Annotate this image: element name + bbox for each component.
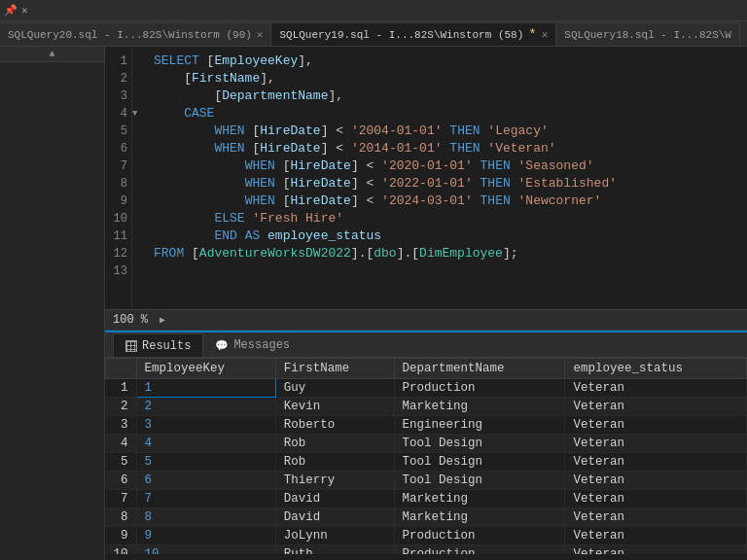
row-number: 9	[106, 527, 137, 545]
table-cell: 6	[136, 472, 275, 490]
title-bar: 📌 ✕	[0, 0, 747, 21]
col-header-firstname: FirstName	[275, 359, 394, 379]
table-cell: 5	[136, 453, 275, 472]
col-header-employeekey: EmployeeKey	[136, 359, 275, 379]
results-area[interactable]: EmployeeKey FirstName DepartmentName emp…	[105, 358, 747, 554]
table-cell: 4	[136, 435, 275, 453]
table-cell: Kevin	[275, 398, 394, 416]
code-line-9: WHEN [HireDate] < '2024-03-01' THEN 'New…	[154, 192, 739, 210]
table-row[interactable]: 77DavidMarketingVeteran	[106, 490, 747, 508]
table-cell: Thierry	[275, 472, 394, 490]
sidebar-scroll-up[interactable]: ▲	[0, 47, 104, 62]
table-cell: 7	[136, 490, 275, 508]
line-numbers: 1 2 3 4 5 6 7 8 9 10 11 12 13	[105, 47, 132, 309]
table-cell: 8	[136, 508, 275, 527]
close-icon[interactable]: ✕	[21, 4, 28, 17]
code-line-8: WHEN [HireDate] < '2022-01-01' THEN 'Est…	[154, 175, 739, 192]
table-cell: 1	[136, 379, 275, 398]
results-tabs: Results 💬 Messages	[105, 332, 747, 358]
table-cell: Veteran	[565, 453, 747, 472]
code-line-2: [FirstName],	[154, 70, 739, 88]
row-number: 3	[106, 416, 137, 435]
tab-close-icon[interactable]: ✕	[257, 28, 264, 41]
results-table: EmployeeKey FirstName DepartmentName emp…	[105, 358, 747, 554]
table-row[interactable]: 1010RuthProductionVeteran	[106, 545, 747, 555]
tab-sqlquery19[interactable]: SQLQuery19.sql - I...82S\Winstorm (58) *…	[271, 22, 556, 46]
table-cell: Tool Design	[394, 453, 565, 472]
table-cell: Engineering	[394, 416, 565, 435]
tab-results[interactable]: Results	[113, 333, 203, 357]
row-number: 10	[106, 545, 137, 555]
table-cell: Tool Design	[394, 472, 565, 490]
table-cell: David	[275, 490, 394, 508]
tab-label: SQLQuery20.sql - I...82S\Winstorm (90)	[8, 29, 252, 41]
tab-modified-indicator: *	[528, 27, 536, 43]
table-cell: Veteran	[565, 398, 747, 416]
results-tab-label: Results	[142, 339, 191, 353]
row-number: 8	[106, 508, 137, 527]
scroll-right-btn[interactable]: ▶	[160, 314, 165, 326]
table-cell: 10	[136, 545, 275, 555]
tab-messages[interactable]: 💬 Messages	[203, 333, 302, 357]
bottom-panel: Results 💬 Messages EmployeeKey FirstName	[105, 331, 747, 554]
table-row[interactable]: 88DavidMarketingVeteran	[106, 508, 747, 527]
table-row[interactable]: 11GuyProductionVeteran	[106, 379, 747, 398]
row-number: 5	[106, 453, 137, 472]
table-cell: 9	[136, 527, 275, 545]
table-cell: Veteran	[565, 379, 747, 398]
code-line-11: END AS employee_status	[154, 228, 739, 245]
table-cell: Rob	[275, 435, 394, 453]
row-number: 7	[106, 490, 137, 508]
table-cell: 3	[136, 416, 275, 435]
table-cell: Marketing	[394, 398, 565, 416]
title-bar-left: 📌 ✕	[0, 0, 105, 20]
table-cell: JoLynn	[275, 527, 394, 545]
table-cell: Production	[394, 545, 565, 555]
col-header-departmentname: DepartmentName	[394, 359, 565, 379]
tab-sqlquery20[interactable]: SQLQuery20.sql - I...82S\Winstorm (90) ✕	[0, 22, 271, 46]
table-cell: David	[275, 508, 394, 527]
code-line-12: FROM [AdventureWorksDW2022].[dbo].[DimEm…	[154, 245, 739, 262]
editor-area: 1 2 3 4 5 6 7 8 9 10 11 12 13 ▼	[105, 47, 747, 560]
code-line-10: ELSE 'Fresh Hire'	[154, 210, 739, 228]
code-line-5: WHEN [HireDate] < '2004-01-01' THEN 'Leg…	[154, 122, 739, 140]
code-line-1: SELECT [EmployeeKey],	[154, 52, 739, 70]
table-row[interactable]: 33RobertoEngineeringVeteran	[106, 416, 747, 435]
tab-bar: SQLQuery20.sql - I...82S\Winstorm (90) ✕…	[0, 21, 747, 47]
tab-sqlquery18[interactable]: SQLQuery18.sql - I...82S\W	[556, 22, 740, 46]
row-number: 6	[106, 472, 137, 490]
code-line-empty	[154, 262, 739, 280]
table-cell: Veteran	[565, 508, 747, 527]
table-cell: Production	[394, 527, 565, 545]
code-gutter: ▼	[132, 47, 146, 309]
status-bar: 100 % ▶	[105, 309, 747, 331]
code-editor[interactable]: 1 2 3 4 5 6 7 8 9 10 11 12 13 ▼	[105, 47, 747, 309]
main-layout: ▲ 1 2 3 4 5 6 7 8 9 10 11 12 13	[0, 47, 747, 560]
grid-icon	[125, 340, 137, 352]
table-cell: Rob	[275, 453, 394, 472]
table-cell: Veteran	[565, 416, 747, 435]
table-row[interactable]: 99JoLynnProductionVeteran	[106, 527, 747, 545]
code-line-7: WHEN [HireDate] < '2020-01-01' THEN 'Sea…	[154, 158, 739, 175]
tab-close-icon[interactable]: ✕	[542, 28, 549, 41]
table-cell: Production	[394, 379, 565, 398]
table-cell: Veteran	[565, 490, 747, 508]
table-cell: Veteran	[565, 545, 747, 555]
row-number: 4	[106, 435, 137, 453]
table-cell: Tool Design	[394, 435, 565, 453]
table-cell: 2	[136, 398, 275, 416]
table-cell: Roberto	[275, 416, 394, 435]
table-cell: Guy	[275, 379, 394, 398]
code-line-3: [DepartmentName],	[154, 88, 739, 105]
row-number: 1	[106, 379, 137, 398]
table-cell: Ruth	[275, 545, 394, 555]
code-line-4: CASE	[154, 105, 739, 122]
table-row[interactable]: 44RobTool DesignVeteran	[106, 435, 747, 453]
table-cell: Veteran	[565, 472, 747, 490]
code-content[interactable]: SELECT [EmployeeKey], [FirstName], [Depa…	[146, 47, 747, 309]
table-row[interactable]: 66ThierryTool DesignVeteran	[106, 472, 747, 490]
msg-icon: 💬	[215, 339, 229, 352]
table-row[interactable]: 55RobTool DesignVeteran	[106, 453, 747, 472]
table-row[interactable]: 22KevinMarketingVeteran	[106, 398, 747, 416]
pin-icon[interactable]: 📌	[4, 4, 18, 17]
